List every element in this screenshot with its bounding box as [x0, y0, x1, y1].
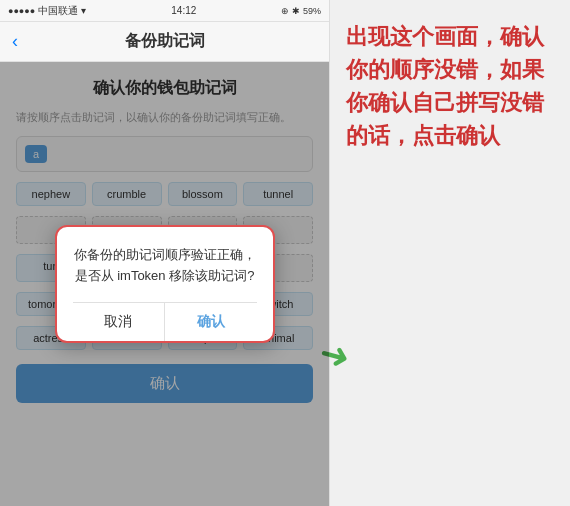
status-left: ●●●●● 中国联通 ▾	[8, 4, 86, 18]
back-button[interactable]: ‹	[12, 31, 18, 52]
nav-bar: ‹ 备份助记词	[0, 22, 329, 62]
dialog-message: 你备份的助记词顺序验证正确，是否从 imToken 移除该助记词?	[73, 245, 257, 287]
battery-percent: 59%	[303, 6, 321, 16]
dialog-overlay: 你备份的助记词顺序验证正确，是否从 imToken 移除该助记词? 取消 确认	[0, 62, 329, 506]
page-title: 备份助记词	[125, 31, 205, 52]
dialog-box: 你备份的助记词顺序验证正确，是否从 imToken 移除该助记词? 取消 确认	[55, 225, 275, 344]
status-right: ⊕ ✱ 59%	[281, 6, 321, 16]
signal-dots: ●●●●●	[8, 6, 35, 16]
wifi-icon: ▾	[81, 5, 86, 16]
status-icons: ⊕ ✱	[281, 6, 300, 16]
annotation-section: 出现这个画面，确认你的顺序没错，如果你确认自己拼写没错的话，点击确认 ➜	[330, 0, 570, 506]
status-bar: ●●●●● 中国联通 ▾ 14:12 ⊕ ✱ 59%	[0, 0, 329, 22]
dialog-cancel-button[interactable]: 取消	[73, 303, 166, 341]
carrier-label: 中国联通	[38, 4, 78, 18]
dialog-confirm-button[interactable]: 确认	[165, 303, 257, 341]
status-time: 14:12	[171, 5, 196, 16]
phone-screen: ●●●●● 中国联通 ▾ 14:12 ⊕ ✱ 59% ‹ 备份助记词 确认你的钱…	[0, 0, 330, 506]
dialog-buttons: 取消 确认	[73, 302, 257, 341]
content-area: 确认你的钱包助记词 请按顺序点击助记词，以确认你的备份助记词填写正确。 a ne…	[0, 62, 329, 506]
annotation-text: 出现这个画面，确认你的顺序没错，如果你确认自己拼写没错的话，点击确认	[346, 20, 554, 152]
